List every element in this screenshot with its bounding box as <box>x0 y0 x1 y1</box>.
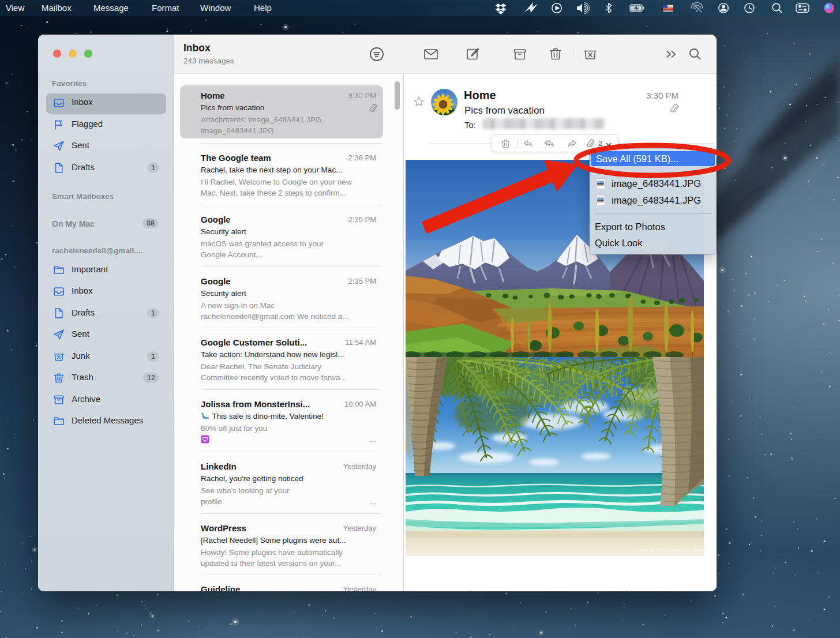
svg-text:Photo by Remy Muyser via Canva: Photo by Remy Muyser via Canva <box>638 547 703 553</box>
